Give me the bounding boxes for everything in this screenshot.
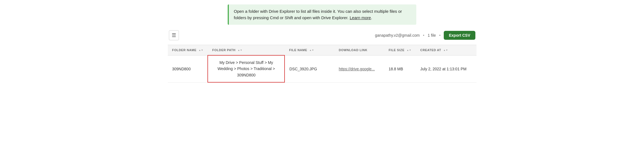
table-body: 309ND800 My Drive > Personal Stuff > My … [168, 55, 476, 82]
menu-button[interactable]: ☰ [169, 30, 179, 40]
download-link-value[interactable]: https://drive.google... [339, 67, 375, 71]
user-email: ganapathy.v2@gmail.com [375, 33, 420, 38]
folder-path-value: My Drive > Personal Stuff > My Wedding >… [217, 60, 275, 77]
table-header: FOLDER NAME ▲▼ FOLDER PATH ▲▼ FILE NAME … [168, 45, 476, 56]
cell-created-at: July 2, 2022 at 1:13:01 PM [416, 55, 476, 82]
dot-separator-2: • [439, 33, 441, 38]
cell-file-name: DSC_3920.JPG [285, 55, 334, 82]
learn-more-link[interactable]: Learn more [350, 15, 371, 20]
sort-icon-created-at: ▲▼ [443, 49, 448, 51]
banner-text: Open a folder with Drive Explorer to lis… [234, 8, 411, 21]
info-banner: Open a folder with Drive Explorer to lis… [228, 4, 416, 25]
col-header-file-name[interactable]: FILE NAME ▲▼ [285, 45, 334, 56]
col-header-download-link: DOWNLOAD LINK [334, 45, 384, 56]
col-header-folder-name[interactable]: FOLDER NAME ▲▼ [168, 45, 208, 56]
col-header-file-size[interactable]: FILE SIZE ▲▼ [384, 45, 416, 56]
cell-download-link[interactable]: https://drive.google... [334, 55, 384, 82]
hamburger-icon: ☰ [172, 32, 176, 38]
col-file-size-label: FILE SIZE [389, 48, 404, 52]
cell-file-size: 18.8 MB [384, 55, 416, 82]
col-folder-name-label: FOLDER NAME [172, 48, 197, 52]
toolbar: ☰ ganapathy.v2@gmail.com • 1 file • Expo… [168, 30, 476, 40]
sort-icon-file-name: ▲▼ [309, 49, 314, 51]
col-header-created-at[interactable]: CREATED AT ▲▼ [416, 45, 476, 56]
dot-separator-1: • [423, 33, 424, 38]
file-size-value: 18.8 MB [389, 67, 403, 71]
col-file-name-label: FILE NAME [289, 48, 307, 52]
data-table: FOLDER NAME ▲▼ FOLDER PATH ▲▼ FILE NAME … [168, 45, 476, 83]
col-header-folder-path[interactable]: FOLDER PATH ▲▼ [208, 45, 285, 56]
table-row: 309ND800 My Drive > Personal Stuff > My … [168, 55, 476, 82]
sort-icon-folder-path: ▲▼ [238, 49, 242, 51]
col-created-at-label: CREATED AT [420, 48, 441, 52]
cell-folder-path: My Drive > Personal Stuff > My Wedding >… [208, 55, 285, 82]
col-folder-path-label: FOLDER PATH [212, 48, 235, 52]
sort-icon-file-size: ▲▼ [407, 49, 411, 51]
created-at-value: July 2, 2022 at 1:13:01 PM [420, 67, 466, 71]
file-name-value: DSC_3920.JPG [289, 67, 317, 71]
page-wrapper: Open a folder with Drive Explorer to lis… [161, 0, 483, 87]
banner-main-text: Open a folder with Drive Explorer to lis… [234, 9, 402, 20]
toolbar-right: ganapathy.v2@gmail.com • 1 file • Export… [375, 31, 475, 40]
sort-icon-folder-name: ▲▼ [199, 49, 203, 51]
folder-name-value: 309ND800 [172, 67, 191, 71]
col-download-label: DOWNLOAD LINK [339, 48, 367, 52]
cell-folder-name: 309ND800 [168, 55, 208, 82]
file-count: 1 file [428, 33, 436, 38]
export-csv-button[interactable]: Export CSV [444, 31, 475, 40]
